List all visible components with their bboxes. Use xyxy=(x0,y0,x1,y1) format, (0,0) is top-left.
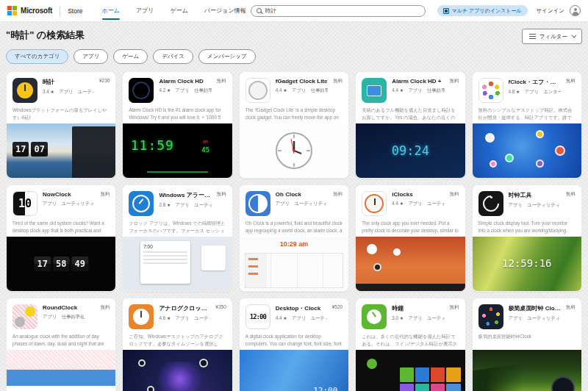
app-price: 無料 xyxy=(566,191,576,216)
app-card[interactable]: 時鐘3.0 ★ アプリ ユーティリティ＆ツール無料これは、多くの近代的な機能を備… xyxy=(355,298,465,391)
app-meta: 3.4 ★ アプリ ユーティリティ＆ツール xyxy=(43,89,94,96)
app-meta: アプリ 仕事効率化 xyxy=(43,314,95,320)
star-icon: ★ xyxy=(400,88,404,93)
clock-gadget xyxy=(555,146,565,156)
microsoft-logo[interactable]: Microsoft xyxy=(7,6,52,15)
app-card[interactable]: fGadget Clock Lite4.4 ★ アプリ 仕事効率化無料The '… xyxy=(239,71,349,179)
filter-chip-アプリ[interactable]: アプリ xyxy=(74,49,108,64)
filter-icon xyxy=(529,34,536,39)
microsoft-wordmark: Microsoft xyxy=(21,7,52,15)
app-price: 無料 xyxy=(566,78,576,103)
filter-chip-ゲーム[interactable]: ゲーム xyxy=(113,49,148,64)
app-icon xyxy=(12,78,37,103)
app-screenshot xyxy=(240,123,348,178)
app-title: 時計 xyxy=(43,78,94,86)
clock-gadget xyxy=(199,359,208,367)
search-results-grid: 時計3.4 ★ アプリ ユーティリティ＆ツール¥230Windowsプラットフォ… xyxy=(6,71,582,391)
tile-grid xyxy=(400,367,461,391)
app-meta: アプリ ユーティリティ＆ツール xyxy=(509,202,561,209)
app-card[interactable]: Windows アラーム & クロック2.8 ★ アプリ ユーティリティ＆ツール… xyxy=(122,184,232,292)
clock-gadget xyxy=(373,263,381,271)
app-meta: アプリ ユーティリティ＆ツール xyxy=(43,201,95,207)
nav-item-ホーム[interactable]: ホーム xyxy=(102,0,120,22)
app-card[interactable]: Alarm Clock HD +4.4 ★ アプリ 仕事効率化無料実績のあるフル… xyxy=(355,71,465,179)
star-icon: ★ xyxy=(400,316,404,320)
app-card[interactable]: 极简桌面时钟 Clockアプリ ユーティリティ＆ツール無料极简的桌面智能时钟Cl… xyxy=(472,298,582,391)
app-card[interactable]: Oh Clockアプリ ユーティリティ＆ツール無料Oh Clock is a p… xyxy=(239,184,349,292)
star-icon: ★ xyxy=(167,203,171,207)
app-logo-circle xyxy=(367,359,377,369)
app-card[interactable]: RoundClockアプリ 仕事効率化無料An analogue clock w… xyxy=(6,298,116,391)
filter-chip-すべてのカテゴリ[interactable]: すべてのカテゴリ xyxy=(6,49,68,64)
app-icon xyxy=(362,191,387,216)
clock-gadget xyxy=(490,160,497,168)
app-screenshot: 12:00 xyxy=(240,350,348,391)
app-screenshot: 09:24 xyxy=(356,123,465,178)
app-header: Microsoft Store ホームアプリゲームバージョン情報 マルチ アプリ… xyxy=(0,0,588,22)
app-card[interactable]: 時計3.4 ★ アプリ ユーティリティ＆ツール¥230Windowsプラットフォ… xyxy=(6,71,116,179)
app-title: 時鐘 xyxy=(392,304,444,312)
desktop-clock-widget xyxy=(551,376,575,391)
header-divider xyxy=(60,6,60,16)
app-description: 無料のシンプルなデスクトップ時計。株式会社が開発・提供する、時計アプリです。誰で… xyxy=(473,103,581,122)
yellow-widget xyxy=(96,370,112,384)
avatar-icon[interactable] xyxy=(570,5,581,16)
app-icon xyxy=(362,304,387,329)
search-box[interactable] xyxy=(251,5,426,17)
app-card[interactable]: 时钟工具アプリ ユーティリティ＆ツール無料Simple clock displa… xyxy=(472,184,582,292)
microsoft-logo-icon xyxy=(7,6,17,15)
app-card[interactable]: Alarm Clock HD4.2 ★ アプリ 仕事効率化無料Alarm Clo… xyxy=(122,71,232,179)
app-price: 無料 xyxy=(333,191,343,216)
app-description: A digital clock application for desktop … xyxy=(240,329,348,348)
app-price: ¥350 xyxy=(215,304,226,329)
app-description: An analogue clock with the addition of d… xyxy=(7,329,115,348)
filter-chip-メンバーシップ[interactable]: メンバーシップ xyxy=(198,49,256,64)
app-description: 実績のあるフル機能を備えた目覚まし時計をお探しですか。Yes の場合、あなたの近… xyxy=(356,103,465,122)
app-card[interactable]: iClocks4.4 ★ アプリ ユーティリティ＆ツール無料The only c… xyxy=(355,184,465,292)
app-price: 無料 xyxy=(450,191,459,216)
clock-gadget xyxy=(485,133,495,143)
app-icon: 12:00 xyxy=(245,304,270,329)
app-title: Oh Clock xyxy=(276,191,328,198)
settings-panel xyxy=(72,126,115,178)
app-icon xyxy=(129,191,154,216)
star-icon: ★ xyxy=(51,90,54,94)
app-card[interactable]: fClock・エフ・クロック4.8 ★ アプリ エンターテイメント無料無料のシン… xyxy=(472,71,582,179)
app-meta: 4.6 ★ アプリ ユーティリティ＆ツール xyxy=(159,315,210,322)
app-meta: 4.4 ★ アプリ 仕事効率化 xyxy=(276,87,328,94)
app-screenshot xyxy=(356,350,465,391)
clock-gadget xyxy=(147,386,154,391)
search-input[interactable] xyxy=(265,7,420,14)
app-price: 無料 xyxy=(217,78,226,103)
app-price: 無料 xyxy=(566,304,576,329)
app-description: Alarm Clock HD is the #1 alarm clock app… xyxy=(123,103,232,122)
main-content: "時計" の検索結果 フィルター すべてのカテゴリアプリゲームデバイスメンバーシ… xyxy=(0,29,588,391)
app-price: 無料 xyxy=(450,78,459,103)
chevron-down-icon xyxy=(571,33,576,38)
filter-button[interactable]: フィルター xyxy=(522,29,582,44)
filter-chip-デバイス[interactable]: デバイス xyxy=(153,49,193,64)
app-icon xyxy=(478,191,503,216)
app-screenshot: 12:59:16 xyxy=(473,237,581,291)
app-meta: 4.4 ★ アプリ ユーティリティ＆ツール xyxy=(276,315,327,322)
multi-app-install-label: マルチ アプリのインストール xyxy=(452,7,522,15)
app-title: 时钟工具 xyxy=(509,191,561,199)
app-card[interactable]: アナログクロック プロのバージョン4.6 ★ アプリ ユーティリティ＆ツール¥3… xyxy=(122,298,232,391)
store-label[interactable]: Store xyxy=(68,7,82,15)
app-card[interactable]: 10NowClockアプリ ユーティリティ＆ツール無料Tired of the … xyxy=(6,184,116,292)
main-nav: ホームアプリゲームバージョン情報 xyxy=(102,0,246,22)
app-meta: 4.2 ★ アプリ 仕事効率化 xyxy=(159,87,211,94)
apps-grid-icon xyxy=(443,8,449,14)
app-card[interactable]: 12:00Desktop・Clock4.4 ★ アプリ ユーティリティ＆ツール¥… xyxy=(239,298,349,391)
app-title: iClocks xyxy=(392,191,444,198)
nav-item-アプリ[interactable]: アプリ xyxy=(136,0,154,22)
app-title: Desktop・Clock xyxy=(276,304,327,312)
app-meta: アプリ ユーティリティ＆ツール xyxy=(509,315,561,322)
app-icon xyxy=(362,78,387,103)
app-icon xyxy=(245,78,270,103)
nav-item-ゲーム[interactable]: ゲーム xyxy=(170,0,187,22)
app-price: ¥230 xyxy=(99,78,110,103)
nav-item-バージョン情報[interactable]: バージョン情報 xyxy=(204,0,246,22)
multi-app-install-button[interactable]: マルチ アプリのインストール xyxy=(437,5,528,16)
sign-in-link[interactable]: サインイン xyxy=(537,7,564,15)
